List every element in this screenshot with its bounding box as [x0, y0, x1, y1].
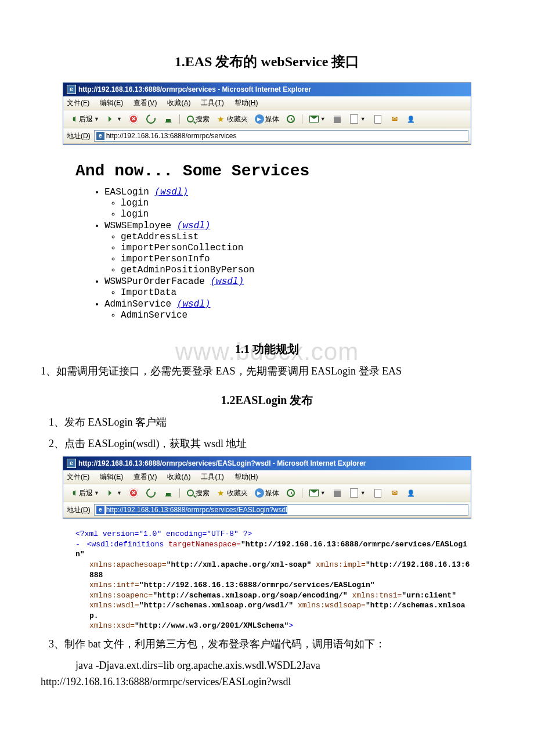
edit-button[interactable]: ▼	[347, 487, 367, 499]
menu-file[interactable]: 文件(F)	[67, 98, 89, 108]
menu-edit[interactable]: 编辑(E)	[100, 472, 123, 482]
para-1-2c: 3、制作 bat 文件，利用第三方包，发布登录客户端代码，调用语句如下：	[49, 636, 493, 653]
service-name: WSWSEmployee	[104, 221, 177, 231]
back-icon	[68, 114, 78, 124]
address-label: 地址(D)	[66, 131, 92, 141]
print-button[interactable]	[331, 487, 344, 499]
ie-window-services: http://192.168.16.13:6888/ormrpc/service…	[63, 82, 471, 145]
operation-item: importPersonInfo	[121, 254, 476, 264]
favorites-button[interactable]: 收藏夹	[215, 114, 250, 125]
address-bar: 地址(D) http://192.168.16.13:6888/ormrpc/s…	[63, 128, 471, 144]
service-item: AdminService (wsdl)AdminService	[104, 299, 476, 321]
edit-icon	[350, 488, 358, 498]
menu-view[interactable]: 查看(V)	[134, 98, 157, 108]
mail-button[interactable]: ▼	[307, 113, 327, 125]
heading-1-2: 1.2EASLogin 发布	[41, 393, 493, 408]
val: "http://xml.apache.org/xml-soap"	[167, 560, 312, 569]
home-button[interactable]	[162, 488, 175, 498]
stop-button[interactable]	[127, 114, 140, 124]
menu-fav[interactable]: 收藏(A)	[167, 98, 190, 108]
history-button[interactable]	[284, 114, 297, 124]
refresh-button[interactable]	[143, 113, 158, 125]
search-button[interactable]: 搜索	[185, 488, 211, 499]
stop-button[interactable]	[127, 488, 140, 498]
operation-item: ImportData	[121, 287, 476, 298]
discuss-button[interactable]	[388, 488, 401, 498]
search-button[interactable]: 搜索	[185, 114, 211, 125]
collapse-toggle[interactable]: -	[75, 540, 80, 549]
back-button[interactable]: 后退 ▼	[67, 114, 101, 125]
val: "http://schemas.xmlsoap.org/soap/encodin…	[153, 591, 347, 600]
edit-button[interactable]: ▼	[347, 113, 367, 125]
para-1-2a: 1、发布 EASLogin 客户端	[49, 414, 493, 431]
toolbar: 后退 ▼ ▼ 搜索 收藏夹 媒体 ▼ ▼	[63, 484, 471, 502]
wsdl-link[interactable]: (wsdl)	[154, 187, 188, 197]
val: "urn:client"	[402, 591, 456, 600]
wsdl-link[interactable]: (wsdl)	[210, 276, 244, 287]
print-button[interactable]	[331, 113, 344, 125]
wsdl-link[interactable]: (wsdl)	[177, 299, 211, 309]
forward-button[interactable]: ▼	[104, 114, 124, 124]
menu-edit[interactable]: 编辑(E)	[100, 98, 123, 108]
menu-tools[interactable]: 工具(T)	[201, 472, 223, 482]
attr: xmlns:wsdl=	[89, 601, 139, 610]
forward-icon	[106, 114, 116, 124]
attr: xmlns:soapenc=	[89, 591, 153, 600]
ie-icon	[67, 85, 76, 94]
back-label: 后退	[79, 488, 93, 498]
back-label: 后退	[79, 114, 93, 124]
menu-fav[interactable]: 收藏(A)	[167, 472, 190, 482]
forward-button[interactable]: ▼	[104, 488, 124, 498]
favorites-button[interactable]: 收藏夹	[215, 488, 250, 499]
refresh-button[interactable]	[143, 487, 158, 499]
service-item: EASLogin (wsdl)loginlogin	[104, 187, 476, 219]
val: "http://schemas.xmlsoap.org/wsdl/"	[139, 601, 293, 610]
mail-icon	[309, 489, 319, 496]
search-icon	[187, 489, 194, 496]
menu-tools[interactable]: 工具(T)	[201, 98, 223, 108]
home-button[interactable]	[162, 114, 175, 124]
media-button[interactable]: 媒体	[253, 488, 281, 499]
home-icon	[164, 488, 173, 498]
page-icon	[96, 505, 105, 514]
attr: xmlns:wsdlsoap=	[298, 601, 366, 610]
home-icon	[164, 114, 173, 124]
address-input[interactable]: http://192.168.16.13:6888/ormrpc/service…	[94, 504, 468, 516]
search-icon	[187, 116, 194, 123]
people-button[interactable]	[405, 488, 417, 498]
doc-icon	[374, 489, 381, 498]
back-button[interactable]: 后退 ▼	[67, 488, 101, 499]
operation-item: getAdminPositionByPerson	[121, 265, 476, 275]
menu-file[interactable]: 文件(F)	[67, 472, 89, 482]
doc-button[interactable]	[371, 488, 385, 499]
services-heading: And now... Some Services	[58, 152, 476, 186]
para-1-2b: 2、点击 EASLogin(wsdl)，获取其 wsdl 地址	[49, 435, 493, 452]
address-input[interactable]: http://192.168.16.13:6888/ormrpc/service…	[94, 130, 468, 142]
people-button[interactable]	[405, 114, 417, 124]
discuss-button[interactable]	[388, 114, 401, 124]
stop-icon	[129, 114, 138, 124]
refresh-icon	[145, 113, 157, 125]
people-icon	[406, 114, 416, 124]
val: "http://www.w3.org/2001/XMLSchema"	[135, 621, 288, 630]
discuss-icon	[390, 114, 399, 124]
xml-open: <wsdl:definitions	[87, 540, 164, 549]
mail-button[interactable]: ▼	[307, 487, 327, 499]
menu-view[interactable]: 查看(V)	[134, 472, 157, 482]
people-icon	[406, 488, 416, 498]
wsdl-link[interactable]: (wsdl)	[177, 221, 211, 231]
doc-button[interactable]	[371, 114, 385, 125]
service-name: WSWSPurOrderFacade	[104, 276, 210, 287]
history-icon	[287, 115, 295, 123]
services-list: EASLogin (wsdl)loginloginWSWSEmployee (w…	[58, 187, 476, 329]
attr: xmlns:impl=	[316, 560, 366, 569]
toolbar: 后退 ▼ ▼ 搜索 收藏夹 媒体 ▼ ▼	[63, 110, 471, 128]
command-line-1: java -Djava.ext.dirs=lib org.apache.axis…	[75, 657, 493, 674]
menu-help[interactable]: 帮助(H)	[234, 472, 258, 482]
media-button[interactable]: 媒体	[253, 114, 281, 125]
history-button[interactable]	[284, 488, 297, 498]
menu-help[interactable]: 帮助(H)	[234, 98, 258, 108]
media-label: 媒体	[265, 488, 279, 498]
media-icon	[255, 114, 264, 124]
titlebar: http://192.168.16.13:6888/ormrpc/service…	[63, 457, 471, 470]
